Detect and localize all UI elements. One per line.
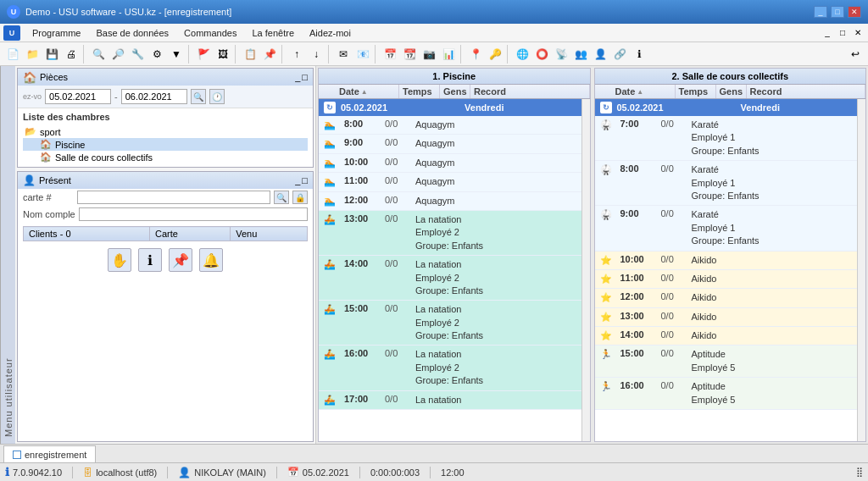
- pieces-restore-btn[interactable]: □: [302, 72, 308, 82]
- sched2-slot-1[interactable]: 🥋 8:00 0/0 KaratéEmployé 1Groupe: Enfant…: [595, 161, 858, 206]
- sched2-slot-5[interactable]: ⭐ 12:00 0/0 Aikido: [595, 289, 858, 307]
- tb-cal[interactable]: 📅: [381, 45, 399, 64]
- card-input[interactable]: [77, 191, 270, 204]
- sched1-slot-0[interactable]: 🏊 8:00 0/0 Aquagym: [319, 116, 581, 135]
- sched2-date-row[interactable]: ↻ 05.02.2021 Vendredi: [595, 99, 858, 116]
- tb-pin[interactable]: 📍: [466, 45, 485, 64]
- tb-filter2[interactable]: ⚙: [147, 45, 166, 64]
- pieces-minimize-btn[interactable]: _: [295, 72, 300, 82]
- sched1-slot-7[interactable]: 🚣 15:00 0/0 La natationEmployé 2Groupe: …: [319, 301, 581, 346]
- tb-copy[interactable]: 📋: [241, 45, 259, 64]
- resize-icon: ⣿: [856, 467, 863, 478]
- maximize-button[interactable]: □: [831, 6, 844, 18]
- tb-cam[interactable]: 📷: [420, 45, 438, 64]
- sched2-scroll-area: ↻ 05.02.2021 Vendredi 🥋 7:00 0/0 KaratéE…: [595, 99, 866, 441]
- sched2-slot-8[interactable]: 🏃 15:00 0/0 AptitudeEmployé 5: [595, 346, 858, 378]
- sched2-slot-2[interactable]: 🥋 9:00 0/0 KaratéEmployé 1Groupe: Enfant…: [595, 206, 858, 251]
- tb-print[interactable]: 🖨: [62, 45, 81, 64]
- tb-open[interactable]: 📁: [23, 45, 42, 64]
- tb-rss[interactable]: 📡: [552, 45, 570, 64]
- menu-minimize-btn[interactable]: _: [821, 26, 834, 40]
- pieces-home-icon: 🏠: [23, 71, 36, 84]
- title-text: Demo - USU software - USU.kz - [enregist…: [25, 7, 231, 17]
- tb-save[interactable]: 💾: [42, 45, 61, 64]
- tb-users2[interactable]: 👤: [591, 45, 609, 64]
- sched2-body: ↻ 05.02.2021 Vendredi 🥋 7:00 0/0 KaratéE…: [595, 99, 858, 441]
- status-timer-text: 0:00:00:003: [370, 467, 420, 478]
- menu-fenetre[interactable]: La fenêtre: [245, 26, 301, 40]
- tb-help[interactable]: ↩: [846, 45, 865, 64]
- minimize-button[interactable]: _: [814, 6, 827, 18]
- tb-img[interactable]: 🖼: [214, 45, 232, 64]
- close-button[interactable]: ✕: [848, 6, 861, 18]
- menu-base-donnees[interactable]: Base de données: [89, 26, 175, 40]
- sched1-slot-8[interactable]: 🚣 16:00 0/0 La natationEmployé 2Groupe: …: [319, 346, 581, 390]
- sched1-col-date[interactable]: Date ▲: [336, 85, 399, 98]
- slot-record: Aikido: [688, 290, 858, 305]
- present-minimize-btn[interactable]: _: [295, 175, 300, 185]
- tb-flag[interactable]: 🚩: [194, 45, 213, 64]
- sched1-slot-6[interactable]: 🚣 14:00 0/0 La natationEmployé 2Groupe: …: [319, 256, 581, 301]
- tb-paste[interactable]: 📌: [260, 45, 279, 64]
- tb-mail2[interactable]: 📧: [353, 45, 372, 64]
- card-lock-btn[interactable]: 🔒: [292, 191, 308, 204]
- sched2-slot-3[interactable]: ⭐ 10:00 0/0 Aikido: [595, 252, 858, 270]
- sched1-slot-5[interactable]: 🚣 13:00 0/0 La natationEmployé 2Groupe: …: [319, 211, 581, 256]
- name-input[interactable]: [79, 207, 308, 221]
- clients-header-carte: Carte: [150, 227, 231, 241]
- card-search-btn[interactable]: 🔍: [274, 191, 289, 204]
- action-hand-btn[interactable]: ✋: [108, 248, 131, 272]
- menu-commandes[interactable]: Commandes: [177, 26, 243, 40]
- sched1-sync-icon[interactable]: ↻: [324, 102, 336, 113]
- tab-enregistrement[interactable]: enregistrement: [3, 445, 96, 462]
- tb-mail[interactable]: ✉: [334, 45, 353, 64]
- tree-item-salle[interactable]: 🏠 Salle de cours collectifs: [23, 151, 308, 163]
- sched1-date-row[interactable]: ↻ 05.02.2021 Vendredi: [319, 99, 581, 116]
- action-pin-btn[interactable]: 📌: [169, 248, 192, 272]
- tree-item-piscine[interactable]: 🏠 Piscine: [23, 138, 308, 151]
- sched1-scrollbar[interactable]: [581, 99, 590, 441]
- menu-aide[interactable]: Aidez-moi: [303, 26, 358, 40]
- tb-search2[interactable]: 🔎: [108, 45, 127, 64]
- tb-share[interactable]: 🔗: [610, 45, 629, 64]
- tb-key[interactable]: 🔑: [486, 45, 504, 64]
- tree-item-sport[interactable]: 📂 sport: [23, 125, 308, 138]
- tb-info[interactable]: ℹ: [630, 45, 648, 64]
- tb-cal2[interactable]: 📆: [400, 45, 419, 64]
- sched1-slot-1[interactable]: 🏊 9:00 0/0 Aquagym: [319, 135, 581, 153]
- sched1-slot-4[interactable]: 🏊 12:00 0/0 Aquagym: [319, 192, 581, 211]
- tb-down[interactable]: ↓: [307, 45, 326, 64]
- tb-circle[interactable]: ⭕: [532, 45, 551, 64]
- menu-restore-btn[interactable]: □: [836, 26, 849, 40]
- sched2-slot-0[interactable]: 🥋 7:00 0/0 KaratéEmployé 1Groupe: Enfant…: [595, 116, 858, 161]
- action-bell-btn[interactable]: 🔔: [199, 248, 223, 272]
- date-search-btn[interactable]: 🔍: [191, 89, 206, 104]
- menu-close-btn[interactable]: ✕: [851, 26, 865, 40]
- status-sep5: [430, 467, 431, 478]
- sched2-scrollbar[interactable]: [857, 99, 865, 441]
- date-from-input[interactable]: [45, 89, 111, 104]
- slot-gens: 0/0: [381, 213, 412, 224]
- sched1-slot-3[interactable]: 🏊 11:00 0/0 Aquagym: [319, 173, 581, 191]
- action-info-btn[interactable]: ℹ: [138, 248, 162, 272]
- sched2-slot-7[interactable]: ⭐ 14:00 0/0 Aikido: [595, 327, 858, 346]
- tb-filter3[interactable]: ▼: [167, 45, 186, 64]
- tb-up[interactable]: ↑: [287, 45, 306, 64]
- date-to-input[interactable]: [121, 89, 187, 104]
- tb-globe[interactable]: 🌐: [513, 45, 531, 64]
- sched2-slot-6[interactable]: ⭐ 13:00 0/0 Aikido: [595, 308, 858, 327]
- sched1-slot-2[interactable]: 🏊 10:00 0/0 Aquagym: [319, 154, 581, 173]
- sched1-slot-9[interactable]: 🚣 17:00 0/0 La natation: [319, 391, 581, 410]
- present-restore-btn[interactable]: □: [302, 175, 308, 185]
- menu-programme[interactable]: Programme: [25, 26, 87, 40]
- tb-search[interactable]: 🔍: [89, 45, 108, 64]
- tb-users[interactable]: 👥: [571, 45, 590, 64]
- tb-new[interactable]: 📄: [3, 45, 22, 64]
- sched2-sync-icon[interactable]: ↻: [600, 102, 612, 113]
- sched2-slot-4[interactable]: ⭐ 11:00 0/0 Aikido: [595, 270, 858, 289]
- sched2-slot-9[interactable]: 🏃 16:00 0/0 AptitudeEmployé 5: [595, 378, 858, 410]
- date-clock-btn[interactable]: 🕐: [209, 89, 225, 104]
- sched2-col-date[interactable]: Date ▲: [612, 85, 676, 98]
- tb-chart[interactable]: 📊: [439, 45, 458, 64]
- tb-filter[interactable]: 🔧: [128, 45, 147, 64]
